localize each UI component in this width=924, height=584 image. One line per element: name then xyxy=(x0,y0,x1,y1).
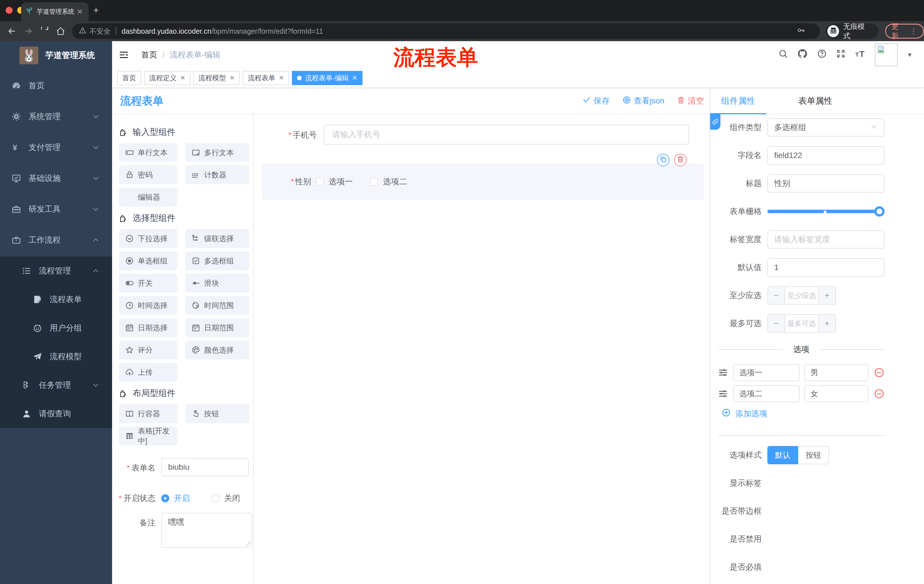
reload-icon[interactable] xyxy=(40,26,49,36)
radio-off[interactable] xyxy=(211,494,219,502)
tab-form-props[interactable]: 表单属性 xyxy=(798,88,833,114)
component-chip-radio[interactable]: 单选框组 xyxy=(119,252,177,270)
component-type-select[interactable]: 多选框组 xyxy=(767,118,884,137)
option-drag-icon[interactable] xyxy=(718,368,729,377)
back-icon[interactable] xyxy=(7,26,16,36)
component-chip-star[interactable]: 评分 xyxy=(119,341,177,359)
component-chip-input[interactable]: 单行文本 xyxy=(119,143,177,162)
tag-close-icon[interactable]: ✕ xyxy=(279,74,284,82)
gender-option-0[interactable]: 选项一 xyxy=(316,176,353,187)
component-chip-switch[interactable]: 开关 xyxy=(119,274,177,293)
title-input[interactable]: 性别 xyxy=(767,174,884,192)
min-select-input[interactable]: 至少应选 xyxy=(785,287,818,304)
label-width-input[interactable]: 请输入标签宽度 xyxy=(767,230,884,248)
option-value-input[interactable]: 男 xyxy=(804,364,868,381)
github-icon[interactable] xyxy=(797,48,808,61)
stepper-plus-button[interactable]: + xyxy=(818,287,835,304)
checkbox[interactable] xyxy=(370,178,378,186)
url-bar[interactable]: 不安全 dashboard.yudao.iocoder.cn /bpm/mana… xyxy=(72,23,820,39)
component-chip-counter[interactable]: 123计数器 xyxy=(185,165,249,184)
sidebar-item-1[interactable]: 系统管理 xyxy=(0,102,112,131)
slider-handle[interactable] xyxy=(874,206,884,217)
tag-close-icon[interactable]: ✕ xyxy=(352,74,357,82)
radio-off-label[interactable]: 关闭 xyxy=(224,493,240,504)
avatar[interactable] xyxy=(875,43,898,66)
sidebar-item-10[interactable]: 任务管理 xyxy=(0,371,112,400)
sidebar-item-6[interactable]: 流程管理 xyxy=(0,257,112,285)
sidebar-logo[interactable]: 🐰 芋道管理系统 xyxy=(0,41,112,70)
option-label-input[interactable]: 选项二 xyxy=(733,385,800,402)
component-chip-calendar[interactable]: 日期选择 xyxy=(119,318,177,337)
sidebar-item-11[interactable]: 请假查询 xyxy=(0,400,112,428)
component-chip-clock[interactable]: 时间选择 xyxy=(119,296,177,315)
slider-track[interactable] xyxy=(767,210,878,213)
tag-close-icon[interactable]: ✕ xyxy=(229,74,234,82)
clear-button[interactable]: 清空 xyxy=(677,95,704,106)
form-name-input[interactable]: biubiu xyxy=(161,458,249,476)
component-chip-button-click[interactable]: 按钮 xyxy=(185,404,249,423)
save-button[interactable]: 保存 xyxy=(582,95,610,106)
resize-handle[interactable] xyxy=(245,541,251,546)
sidebar-item-7[interactable]: 流程表单 xyxy=(0,285,112,314)
tag-close-icon[interactable]: ✕ xyxy=(180,74,185,82)
stepper-minus-button[interactable]: − xyxy=(768,315,785,332)
sidebar-collapse-icon[interactable] xyxy=(118,49,129,60)
sidebar-item-9[interactable]: 流程模型 xyxy=(0,342,112,371)
component-chip-row-container[interactable]: 行容器 xyxy=(119,404,177,423)
view-json-button[interactable]: 查看json xyxy=(622,95,664,106)
component-chip-textarea[interactable]: 多行文本 xyxy=(185,143,249,162)
help-icon[interactable] xyxy=(817,49,827,61)
component-chip-lock[interactable]: 密码 xyxy=(119,165,177,184)
radio-on[interactable] xyxy=(161,494,169,502)
field-name-input[interactable]: field122 xyxy=(767,146,884,165)
tag-view-3[interactable]: 流程表单✕ xyxy=(243,71,289,85)
sidebar-item-4[interactable]: 研发工具 xyxy=(0,195,112,224)
option-value-input[interactable]: 女 xyxy=(804,385,868,402)
tag-view-0[interactable]: 首页 xyxy=(117,71,141,85)
search-icon[interactable] xyxy=(778,49,788,61)
update-button[interactable]: 更新 ⋮ xyxy=(885,24,924,39)
style-default-button[interactable]: 默认 xyxy=(767,446,798,464)
checkbox[interactable] xyxy=(316,178,323,186)
component-chip-none[interactable]: 编辑器 xyxy=(119,188,177,207)
new-tab-button[interactable]: + xyxy=(93,5,99,15)
remove-option-button[interactable] xyxy=(874,367,884,378)
gender-option-1[interactable]: 选项二 xyxy=(370,176,407,187)
form-remark-textarea[interactable]: 嘿嘿 xyxy=(161,513,252,548)
style-button-button[interactable]: 按钮 xyxy=(798,446,829,464)
component-chip-time-range[interactable]: 时间范围 xyxy=(185,296,249,315)
browser-menu-icon[interactable]: ⋮ xyxy=(910,27,917,36)
panel-link-handle[interactable] xyxy=(710,114,721,130)
key-icon[interactable] xyxy=(797,26,805,36)
option-label-input[interactable]: 选项一 xyxy=(733,364,800,381)
avatar-caret-down-icon[interactable]: ▼ xyxy=(907,52,912,58)
component-chip-checkbox[interactable]: 多选框组 xyxy=(185,252,249,270)
default-value-input[interactable]: 1 xyxy=(767,258,884,276)
component-chip-date-range[interactable]: 日期范围 xyxy=(185,318,249,337)
font-size-icon[interactable]: TT xyxy=(855,48,866,61)
home-icon[interactable] xyxy=(56,26,65,36)
phone-input[interactable]: 请输入手机号 xyxy=(323,125,689,145)
remove-option-button[interactable] xyxy=(874,388,884,399)
tag-view-2[interactable]: 流程模型✕ xyxy=(193,71,239,85)
form-grid-slider[interactable] xyxy=(767,202,884,220)
copy-field-button[interactable] xyxy=(657,154,670,166)
delete-field-button[interactable] xyxy=(674,154,687,166)
component-chip-cascade[interactable]: 级联选择 xyxy=(185,229,249,248)
stepper-minus-button[interactable]: − xyxy=(768,287,785,304)
browser-tab[interactable]: 芋道管理系统 ✕ xyxy=(21,2,89,21)
fullscreen-icon[interactable] xyxy=(836,49,846,61)
close-window-button[interactable] xyxy=(6,7,13,14)
stepper-plus-button[interactable]: + xyxy=(818,315,835,332)
sidebar-item-8[interactable]: 用户分组 xyxy=(0,314,112,342)
sidebar-item-0[interactable]: 首页 xyxy=(0,71,112,100)
forward-icon[interactable] xyxy=(23,26,33,36)
tag-view-1[interactable]: 流程定义✕ xyxy=(144,71,190,85)
sidebar-item-3[interactable]: 基础设施 xyxy=(0,164,112,192)
component-chip-dropdown[interactable]: 下拉选择 xyxy=(119,229,177,248)
security-warning[interactable]: 不安全 xyxy=(79,26,111,36)
radio-on-label[interactable]: 开启 xyxy=(174,493,190,504)
add-option-button[interactable]: 添加选项 xyxy=(722,408,884,419)
component-chip-palette[interactable]: 颜色选择 xyxy=(185,341,249,359)
component-chip-upload[interactable]: 上传 xyxy=(119,363,177,382)
